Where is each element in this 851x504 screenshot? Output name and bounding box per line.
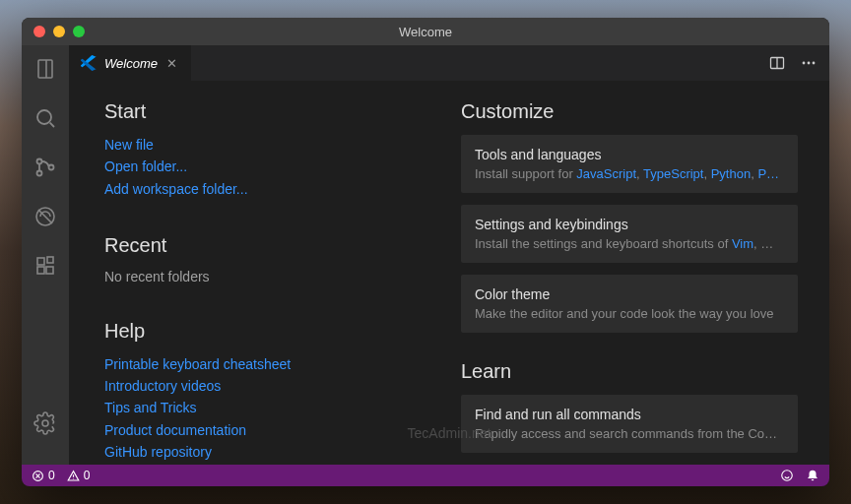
status-errors[interactable]: 0 bbox=[32, 469, 55, 482]
section-heading-recent: Recent bbox=[104, 234, 441, 257]
close-icon[interactable]: ✕ bbox=[165, 56, 179, 70]
link-docs[interactable]: Product documentation bbox=[104, 420, 441, 440]
card-desc: Rapidly access and search commands from … bbox=[475, 426, 784, 441]
svg-point-3 bbox=[49, 165, 54, 170]
right-column: Customize Tools and languages Install su… bbox=[461, 100, 798, 445]
warning-icon bbox=[67, 470, 80, 482]
svg-rect-5 bbox=[37, 258, 44, 265]
card-title: Tools and languages bbox=[475, 147, 784, 162]
link-add-workspace-folder[interactable]: Add workspace folder... bbox=[104, 179, 441, 199]
link-open-folder[interactable]: Open folder... bbox=[104, 157, 441, 176]
card-desc: Make the editor and your code look the w… bbox=[475, 306, 784, 321]
status-warnings[interactable]: 0 bbox=[67, 469, 91, 482]
status-feedback[interactable] bbox=[780, 469, 794, 482]
svg-rect-8 bbox=[47, 257, 53, 263]
card-desc: Install support for JavaScript, TypeScri… bbox=[475, 166, 784, 181]
source-control-icon[interactable] bbox=[32, 154, 59, 181]
link-intro-videos[interactable]: Introductory videos bbox=[104, 376, 441, 396]
warning-count: 0 bbox=[84, 469, 91, 482]
card-tools-languages[interactable]: Tools and languages Install support for … bbox=[461, 135, 798, 193]
svg-point-9 bbox=[42, 420, 48, 426]
error-icon bbox=[32, 470, 44, 482]
vscode-logo-icon bbox=[81, 55, 97, 71]
app-window: Welcome Welcome ✕ bbox=[22, 18, 829, 486]
explorer-icon[interactable] bbox=[32, 55, 59, 83]
svg-point-11 bbox=[803, 62, 806, 65]
tab-label: Welcome bbox=[104, 56, 158, 71]
close-window-button[interactable] bbox=[33, 26, 45, 37]
section-heading-learn: Learn bbox=[461, 360, 798, 383]
section-heading-start: Start bbox=[104, 100, 441, 123]
svg-point-2 bbox=[37, 171, 42, 176]
section-heading-customize: Customize bbox=[461, 100, 798, 123]
window-title: Welcome bbox=[399, 25, 452, 39]
extensions-icon[interactable] bbox=[32, 252, 59, 280]
status-bar: 0 0 bbox=[22, 465, 829, 486]
main-area: Welcome ✕ Start New file Open folder... … bbox=[69, 45, 829, 465]
smiley-icon bbox=[780, 469, 794, 482]
body-area: Welcome ✕ Start New file Open folder... … bbox=[22, 45, 829, 465]
card-title: Settings and keybindings bbox=[475, 217, 784, 232]
minimize-window-button[interactable] bbox=[53, 26, 65, 37]
svg-rect-7 bbox=[46, 267, 53, 274]
svg-point-12 bbox=[808, 62, 811, 65]
status-notifications[interactable] bbox=[806, 469, 819, 482]
welcome-content: Start New file Open folder... Add worksp… bbox=[69, 81, 829, 465]
link-github[interactable]: GitHub repository bbox=[104, 442, 441, 462]
svg-point-0 bbox=[37, 110, 51, 124]
card-title: Find and run all commands bbox=[475, 407, 784, 422]
traffic-lights bbox=[22, 26, 85, 37]
link-cheatsheet[interactable]: Printable keyboard cheatsheet bbox=[104, 354, 441, 374]
link-tips[interactable]: Tips and Tricks bbox=[104, 398, 441, 417]
error-count: 0 bbox=[48, 469, 55, 482]
svg-rect-6 bbox=[37, 267, 44, 274]
tab-welcome[interactable]: Welcome ✕ bbox=[69, 45, 192, 81]
section-heading-help: Help bbox=[104, 320, 441, 343]
card-desc: Install the settings and keyboard shortc… bbox=[475, 236, 784, 251]
settings-gear-icon[interactable] bbox=[32, 410, 59, 437]
left-column: Start New file Open folder... Add worksp… bbox=[104, 100, 441, 445]
bell-icon bbox=[806, 469, 819, 482]
maximize-window-button[interactable] bbox=[73, 26, 85, 37]
activity-bar bbox=[22, 45, 69, 465]
svg-point-1 bbox=[37, 159, 42, 164]
svg-point-15 bbox=[782, 471, 793, 481]
card-settings-keybindings[interactable]: Settings and keybindings Install the set… bbox=[461, 205, 798, 263]
debug-icon[interactable] bbox=[32, 203, 59, 230]
svg-point-13 bbox=[813, 62, 816, 65]
split-editor-icon[interactable] bbox=[768, 54, 786, 72]
titlebar[interactable]: Welcome bbox=[22, 18, 829, 45]
card-find-run-commands[interactable]: Find and run all commands Rapidly access… bbox=[461, 395, 798, 453]
link-new-file[interactable]: New file bbox=[104, 135, 441, 155]
more-actions-icon[interactable] bbox=[800, 54, 818, 72]
recent-empty-text: No recent folders bbox=[104, 269, 441, 284]
card-color-theme[interactable]: Color theme Make the editor and your cod… bbox=[461, 275, 798, 333]
card-title: Color theme bbox=[475, 286, 784, 302]
tab-bar: Welcome ✕ bbox=[69, 45, 829, 81]
search-icon[interactable] bbox=[32, 104, 59, 132]
